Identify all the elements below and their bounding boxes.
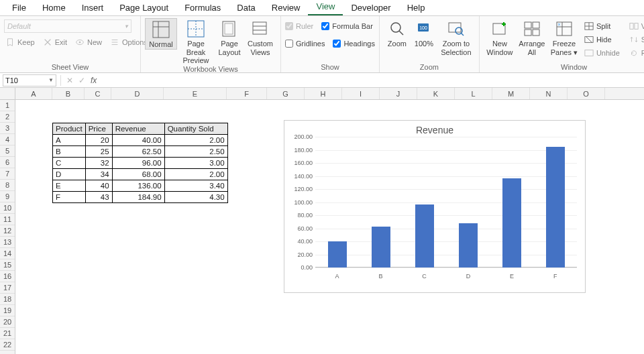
page-layout-button[interactable]: Page Layout xyxy=(215,18,244,56)
headings-checkbox[interactable]: Headings xyxy=(333,38,374,49)
table-cell[interactable]: 3.00 xyxy=(164,158,227,169)
row-header-4[interactable]: 4 xyxy=(0,134,15,145)
table-cell[interactable]: 20 xyxy=(85,135,112,146)
sheet-view-dropdown[interactable]: Default ▾ xyxy=(4,19,131,33)
keep-button[interactable]: Keep xyxy=(4,37,36,48)
table-cell[interactable]: 40.00 xyxy=(112,135,164,146)
table-cell[interactable]: C xyxy=(53,158,86,169)
new-view-button[interactable]: New xyxy=(74,37,103,48)
table-cell[interactable]: 25 xyxy=(85,146,112,158)
embedded-chart[interactable]: Revenue 0.0020.0040.0060.0080.00100.0012… xyxy=(284,120,586,293)
row-header-3[interactable]: 3 xyxy=(0,123,15,134)
table-cell[interactable]: 4.30 xyxy=(164,192,227,203)
row-header-19[interactable]: 19 xyxy=(0,305,15,316)
menu-insert[interactable]: Insert xyxy=(74,0,112,15)
table-cell[interactable]: 2.50 xyxy=(164,146,227,158)
col-header-B[interactable]: B xyxy=(52,88,85,99)
row-header-7[interactable]: 7 xyxy=(0,168,15,180)
chart-bar[interactable] xyxy=(459,223,478,268)
select-all-corner[interactable] xyxy=(0,88,15,100)
table-row[interactable]: B2562.502.50 xyxy=(53,146,228,158)
table-header[interactable]: Product xyxy=(53,123,86,135)
synchronous-scrolling-button[interactable]: Synch xyxy=(628,34,644,45)
fx-icon[interactable]: fx xyxy=(88,76,99,85)
table-header[interactable]: Price xyxy=(85,123,112,135)
table-cell[interactable]: B xyxy=(53,146,86,158)
menu-home[interactable]: Home xyxy=(34,0,74,15)
table-cell[interactable]: 136.00 xyxy=(112,180,164,192)
chevron-down-icon[interactable]: ▼ xyxy=(48,77,54,83)
table-cell[interactable]: A xyxy=(53,135,86,146)
table-cell[interactable]: 68.00 xyxy=(112,169,164,180)
col-header-J[interactable]: J xyxy=(380,88,417,99)
col-header-L[interactable]: L xyxy=(455,88,492,99)
table-header[interactable]: Quantity Sold xyxy=(164,123,227,135)
col-header-O[interactable]: O xyxy=(568,88,605,99)
col-header-F[interactable]: F xyxy=(227,88,267,99)
row-header-14[interactable]: 14 xyxy=(0,248,15,259)
chart-bar[interactable] xyxy=(372,227,390,268)
table-row[interactable]: F43184.904.30 xyxy=(53,192,228,203)
col-header-H[interactable]: H xyxy=(305,88,342,99)
name-box[interactable]: T10 ▼ xyxy=(3,74,56,86)
formula-bar-checkbox[interactable]: Formula Bar xyxy=(321,21,373,32)
chart-bar[interactable] xyxy=(502,178,521,268)
col-header-D[interactable]: D xyxy=(111,88,164,99)
row-header-9[interactable]: 9 xyxy=(0,191,15,202)
table-row[interactable]: D3468.002.00 xyxy=(53,169,228,180)
row-header-21[interactable]: 21 xyxy=(0,328,15,339)
row-header-22[interactable]: 22 xyxy=(0,339,15,351)
row-header-20[interactable]: 20 xyxy=(0,316,15,328)
row-header-2[interactable]: 2 xyxy=(0,111,15,123)
unhide-button[interactable]: Unhide xyxy=(583,48,621,58)
normal-view-button[interactable]: Normal xyxy=(145,18,177,50)
table-cell[interactable]: E xyxy=(53,180,86,192)
hide-button[interactable]: Hide xyxy=(583,34,621,45)
zoom-button[interactable]: Zoom xyxy=(384,18,411,48)
zoom-100-button[interactable]: 100 100% xyxy=(411,18,437,48)
table-cell[interactable]: 96.00 xyxy=(112,158,164,169)
col-header-E[interactable]: E xyxy=(164,88,227,99)
chart-bar[interactable] xyxy=(546,147,565,268)
row-header-15[interactable]: 15 xyxy=(0,259,15,271)
table-cell[interactable]: 2.00 xyxy=(164,135,227,146)
table-row[interactable]: C3296.003.00 xyxy=(53,158,228,169)
arrange-all-button[interactable]: Arrange All xyxy=(516,18,548,56)
table-cell[interactable]: 2.00 xyxy=(164,169,227,180)
table-row[interactable]: E40136.003.40 xyxy=(53,180,228,192)
row-header-17[interactable]: 17 xyxy=(0,282,15,294)
custom-views-button[interactable]: Custom Views xyxy=(244,18,276,56)
table-cell[interactable]: 3.40 xyxy=(164,180,227,192)
col-header-C[interactable]: C xyxy=(85,88,111,99)
table-cell[interactable]: 32 xyxy=(85,158,112,169)
row-header-13[interactable]: 13 xyxy=(0,237,15,248)
menu-formulas[interactable]: Formulas xyxy=(176,0,229,15)
new-window-button[interactable]: New Window xyxy=(484,18,516,56)
table-cell[interactable]: 62.50 xyxy=(112,146,164,158)
row-header-8[interactable]: 8 xyxy=(0,180,15,191)
table-cell[interactable]: 40 xyxy=(85,180,112,192)
menu-data[interactable]: Data xyxy=(229,0,263,15)
row-header-6[interactable]: 6 xyxy=(0,157,15,168)
zoom-to-selection-button[interactable]: Zoom to Selection xyxy=(437,18,475,56)
formula-bar-input[interactable] xyxy=(99,74,644,86)
split-button[interactable]: Split xyxy=(583,21,621,32)
enter-formula-icon[interactable]: ✓ xyxy=(76,76,88,85)
table-row[interactable]: A2040.002.00 xyxy=(53,135,228,146)
row-header-11[interactable]: 11 xyxy=(0,214,15,225)
reset-window-position-button[interactable]: Reset xyxy=(628,48,644,58)
col-header-M[interactable]: M xyxy=(492,88,530,99)
gridlines-checkbox[interactable]: Gridlines xyxy=(285,38,325,49)
row-header-16[interactable]: 16 xyxy=(0,271,15,282)
menu-file[interactable]: File xyxy=(4,0,34,15)
grid-area[interactable]: ABCDEFGHIJKLMNO ProductPriceRevenueQuant… xyxy=(15,88,644,354)
table-cell[interactable]: F xyxy=(53,192,86,203)
col-header-N[interactable]: N xyxy=(530,88,568,99)
freeze-panes-button[interactable]: Freeze Panes ▾ xyxy=(548,18,580,56)
table-cell[interactable]: 43 xyxy=(85,192,112,203)
row-header-5[interactable]: 5 xyxy=(0,145,15,157)
table-cell[interactable]: 34 xyxy=(85,169,112,180)
row-header-10[interactable]: 10 xyxy=(0,202,15,214)
chart-bar[interactable] xyxy=(328,241,347,268)
row-header-12[interactable]: 12 xyxy=(0,225,15,237)
